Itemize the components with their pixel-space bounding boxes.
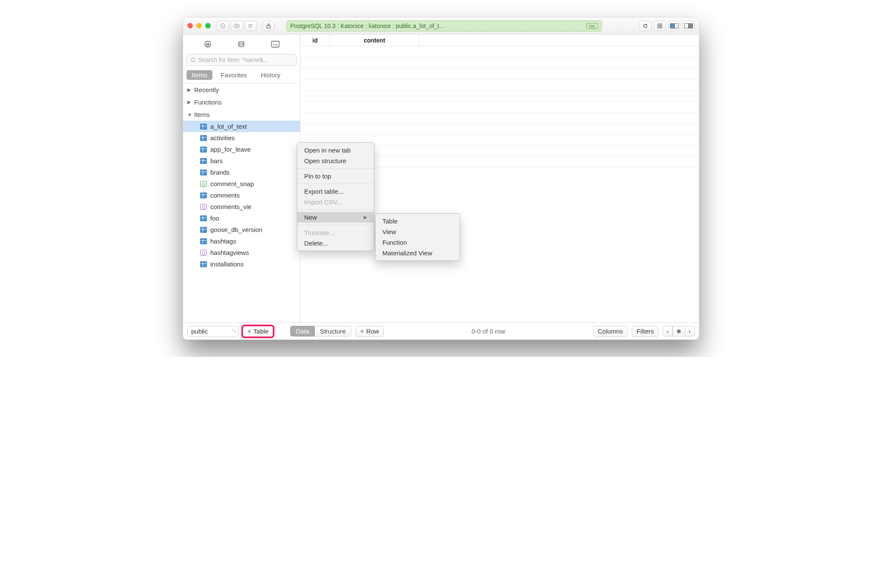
table-row xyxy=(300,124,699,135)
grid-view-button[interactable] xyxy=(654,21,666,31)
svg-point-2 xyxy=(234,24,240,28)
svg-line-1 xyxy=(221,25,224,27)
close-icon[interactable] xyxy=(187,23,193,28)
sidebar-item-label: goose_db_version xyxy=(210,226,263,233)
sidebar-item-hashtags[interactable]: hashtags xyxy=(183,235,300,247)
body: SQL Search for item: ^name$... Items Fav… xyxy=(183,34,699,322)
table-icon xyxy=(200,170,207,175)
chevron-down-icon: ▼ xyxy=(187,112,192,117)
svg-rect-8 xyxy=(658,24,659,25)
table-icon xyxy=(200,261,207,267)
table-row xyxy=(300,46,699,57)
table-row xyxy=(300,102,699,113)
sidebar-item-label: comment_snap xyxy=(210,180,254,187)
columns-button[interactable]: Columns xyxy=(593,326,628,337)
table-icon xyxy=(200,135,207,141)
sidebar-item-brands[interactable]: brands xyxy=(183,167,300,178)
table-icon xyxy=(200,192,207,198)
minimize-icon[interactable] xyxy=(196,23,202,28)
app-window: PostgreSQL 10.3 : Katonice : katonice : … xyxy=(183,17,699,340)
sql-icon[interactable]: SQL xyxy=(269,39,282,50)
tab-items[interactable]: Items xyxy=(187,70,212,80)
loc-badge: loc xyxy=(586,23,598,29)
sidebar-item-activities[interactable]: activities xyxy=(183,132,300,144)
sidebar-item-comments_vie[interactable]: comments_vie xyxy=(183,201,300,212)
maximize-icon[interactable] xyxy=(205,23,211,28)
sidebar-item-label: a_lot_of_text xyxy=(210,123,247,130)
sidebar-item-goose_db_version[interactable]: goose_db_version xyxy=(183,224,300,235)
breadcrumb[interactable]: PostgreSQL 10.3 : Katonice : katonice : … xyxy=(286,20,602,31)
schema-select[interactable]: public xyxy=(187,326,238,337)
table-icon xyxy=(200,227,207,233)
preview-button[interactable] xyxy=(230,21,243,31)
plus-icon: + xyxy=(247,328,251,335)
nav-segment: ‹ ✱ › xyxy=(663,326,695,336)
gear-icon: ✱ xyxy=(676,328,681,335)
sidebar-item-installations[interactable]: installations xyxy=(183,258,300,270)
search-placeholder: Search for item: ^name$... xyxy=(198,57,268,63)
menu-open-structure[interactable]: Open structure xyxy=(297,155,374,166)
table-icon xyxy=(200,147,207,153)
breadcrumb-text: PostgreSQL 10.3 : Katonice : katonice : … xyxy=(290,23,445,29)
chevron-right-icon: › xyxy=(689,328,691,335)
menu-open-new-tab[interactable]: Open in new tab xyxy=(297,145,374,155)
sidebar-item-hashtagviews[interactable]: hashtagviews xyxy=(183,247,300,258)
submenu-view[interactable]: View xyxy=(376,226,460,237)
tree-group-recently[interactable]: ▶Recently xyxy=(183,84,300,96)
prev-button[interactable]: ‹ xyxy=(663,326,673,336)
plug-icon[interactable] xyxy=(201,39,215,50)
sidebar-item-label: foo xyxy=(210,215,219,222)
sidebar-item-label: app_for_leave xyxy=(210,146,251,153)
lock-button[interactable] xyxy=(263,21,274,31)
sidebar-top: SQL Search for item: ^name$... Items Fav… xyxy=(183,34,300,84)
column-header-content[interactable]: content xyxy=(330,34,419,46)
tab-favorites[interactable]: Favorites xyxy=(216,70,252,80)
add-row-button[interactable]: +Row xyxy=(356,326,384,337)
mview-icon xyxy=(200,250,207,256)
sidebar-item-app_for_leave[interactable]: app_for_leave xyxy=(183,144,300,155)
view-mode-segment: Data Structure xyxy=(290,326,351,336)
menu-truncate: Truncate... xyxy=(297,227,374,238)
tree-group-items[interactable]: ▼Items xyxy=(183,108,300,121)
sidebar-item-bars[interactable]: bars xyxy=(183,155,300,167)
menu-new[interactable]: New▶ xyxy=(297,212,374,223)
sidebar-tabs: Items Favorites History xyxy=(183,68,300,83)
svg-text:SQL: SQL xyxy=(273,43,278,46)
search-input[interactable]: Search for item: ^name$... xyxy=(187,54,297,66)
sidebar-item-comments[interactable]: comments xyxy=(183,189,300,201)
sidebar-item-label: comments_vie xyxy=(210,203,252,210)
menu-delete[interactable]: Delete... xyxy=(297,238,374,249)
panel-right-button[interactable] xyxy=(683,21,695,31)
next-button[interactable]: › xyxy=(685,326,695,336)
add-table-button[interactable]: +Table xyxy=(243,326,273,337)
menu-export-table[interactable]: Export table... xyxy=(297,186,374,197)
sidebar-item-a_lot_of_text[interactable]: a_lot_of_text xyxy=(183,121,300,132)
submenu-table[interactable]: Table xyxy=(376,216,460,226)
seg-data[interactable]: Data xyxy=(290,326,315,336)
sidebar-item-label: bars xyxy=(210,157,223,164)
sort-button[interactable] xyxy=(245,21,257,31)
database-icon[interactable] xyxy=(235,39,248,50)
sidebar-item-foo[interactable]: foo xyxy=(183,212,300,224)
seg-structure[interactable]: Structure xyxy=(315,326,351,336)
filters-button[interactable]: Filters xyxy=(632,326,659,337)
menu-separator xyxy=(297,209,374,210)
chevron-left-icon: ‹ xyxy=(667,328,669,335)
mview-icon xyxy=(200,204,207,210)
sidebar-item-comment_snap[interactable]: comment_snap xyxy=(183,178,300,189)
svg-rect-10 xyxy=(658,26,659,28)
submenu-materialized-view[interactable]: Materialized View xyxy=(376,248,460,258)
panel-left-button[interactable] xyxy=(668,21,680,31)
refresh-button[interactable] xyxy=(639,21,651,31)
menu-separator xyxy=(297,225,374,225)
tab-history[interactable]: History xyxy=(255,70,286,80)
table-row xyxy=(300,90,699,102)
tree-group-functions[interactable]: ▶Functions xyxy=(183,96,300,108)
sidebar-tree: ▶Recently ▶Functions ▼Items a_lot_of_tex… xyxy=(183,84,300,322)
toolbar-right-group xyxy=(639,21,695,31)
stop-button[interactable] xyxy=(217,21,229,31)
submenu-function[interactable]: Function xyxy=(376,237,460,248)
settings-button[interactable]: ✱ xyxy=(673,326,685,336)
menu-pin-to-top[interactable]: Pin to top xyxy=(297,171,374,181)
column-header-id[interactable]: id xyxy=(300,34,330,46)
